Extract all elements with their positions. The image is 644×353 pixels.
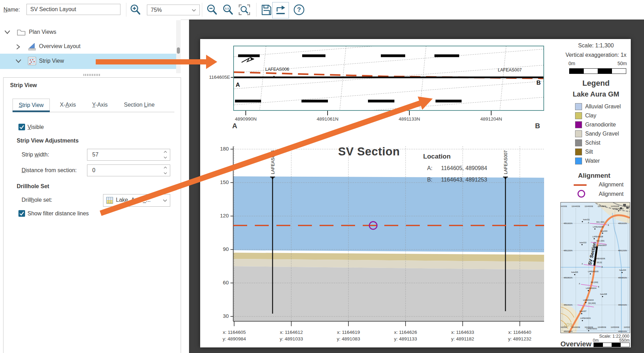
- layout-canvas[interactable]: LAFEAS006 LAFEAS007 A B 1164605E 4890990…: [189, 20, 644, 353]
- toolbar-separator: [256, 3, 257, 17]
- drillhole-set-dropdown[interactable]: Lake_Aura_...: [103, 194, 170, 207]
- overview-map[interactable]: 209: [560, 202, 630, 333]
- distance-stepper[interactable]: 0: [87, 164, 170, 176]
- strip-view-graphic: LAFEAS006 LAFEAS007 A B: [234, 46, 543, 110]
- tab-strip-view[interactable]: Strip View: [13, 99, 50, 111]
- location-heading: Location: [404, 153, 470, 160]
- name-label: Name:: [3, 0, 20, 20]
- tab-section-line[interactable]: Section Line: [118, 99, 160, 111]
- spinner-down-icon[interactable]: [164, 156, 167, 159]
- strip-easting-tick: [231, 77, 233, 78]
- drillhole-set-value: Lake_Aura_...: [116, 197, 151, 203]
- spinner-up-icon[interactable]: [164, 167, 167, 169]
- chevron-right-icon[interactable]: [16, 44, 21, 50]
- y-tick-label: 180: [212, 146, 229, 152]
- svg-text:4890800N: 4890800N: [618, 277, 627, 279]
- tree-item-plan-views[interactable]: Plan Views: [0, 27, 176, 38]
- tab-label: Y-Axis: [92, 102, 108, 108]
- legend-swatch: [575, 139, 582, 146]
- zoom-in-icon[interactable]: [129, 4, 141, 16]
- location-a-value: 1164605, 4890984: [441, 165, 487, 171]
- svg-text:hole010: hole010: [580, 241, 587, 244]
- svg-text:LAFEAS003: LAFEAS003: [583, 299, 594, 301]
- zoom-out-icon[interactable]: [206, 4, 218, 16]
- legend-item-label: Water: [585, 158, 600, 164]
- svg-text:hole003: hole003: [600, 230, 607, 232]
- chevron-down-icon[interactable]: [15, 59, 22, 63]
- svg-text:SS [200]: SS [200]: [591, 281, 598, 283]
- y-tick-label: 120: [212, 213, 229, 218]
- strip-corner-a: A: [236, 82, 240, 88]
- spinner-up-icon[interactable]: [164, 151, 167, 153]
- legend-swatch: [575, 103, 582, 110]
- x-tick-label: x: 1164626y: 4891133: [383, 329, 428, 342]
- svg-text:4891200N: 4891200N: [618, 250, 627, 252]
- layout-ruler-icon: [28, 42, 37, 51]
- scrollbar-thumb[interactable]: [177, 47, 180, 54]
- toolbar-separator: [202, 3, 202, 17]
- drillhole-set-label: Drillhole set:: [22, 197, 52, 203]
- strip-width-label: Strip width:: [22, 152, 49, 158]
- export-button[interactable]: [272, 2, 289, 18]
- svg-text:4890400N: 4890400N: [618, 304, 627, 306]
- svg-text:LAFEAS004: LAFEAS004: [586, 287, 596, 289]
- svg-text:4890400N: 4890400N: [564, 304, 572, 306]
- help-icon[interactable]: ?: [293, 4, 305, 16]
- tree-item-label: Overview Layout: [39, 43, 80, 49]
- svg-text:LAFEAS009: LAFEAS009: [593, 226, 603, 228]
- x-tick-label: x: 1164605y: 4890984: [212, 329, 257, 342]
- legend-item-label: Clay: [585, 113, 596, 119]
- legend-item-label: Granodiorite: [585, 122, 616, 128]
- svg-text:SS [0]: SS [0]: [597, 261, 602, 263]
- visible-checkbox[interactable]: [18, 124, 25, 130]
- legend-item-label: Sandy Gravel: [585, 131, 619, 137]
- vertical-exaggeration-label: Vertical exaggeration: 1x: [561, 52, 631, 58]
- save-icon[interactable]: [260, 4, 272, 16]
- scalebar-left-label: 0m: [568, 61, 575, 66]
- strip-tick: [491, 111, 492, 115]
- legend-swatch: [575, 158, 582, 164]
- strip-n-tick-label: 4890990N: [225, 116, 267, 122]
- distance-label: Distance from section:: [22, 167, 77, 174]
- panel-splitter-handle[interactable]: [84, 74, 100, 76]
- tab-y-axis[interactable]: Y-Axis: [84, 99, 116, 111]
- tree-item-overview-layout[interactable]: Overview Layout: [0, 41, 176, 52]
- tree-item-strip-view[interactable]: Strip View: [0, 54, 176, 69]
- svg-text:LAFEAS010: LAFEAS010: [613, 208, 623, 210]
- zoom-one-to-one-icon[interactable]: 1:1: [222, 4, 234, 16]
- tab-label: X-Axis: [60, 102, 76, 108]
- chevron-down-icon[interactable]: [4, 30, 10, 34]
- layout-tree: Plan Views Overview Layout Strip View: [0, 20, 181, 74]
- svg-text:LAFEAS001: LAFEAS001: [580, 317, 591, 319]
- y-tick-label: 60: [212, 279, 229, 285]
- layout-page: LAFEAS006 LAFEAS007 A B 1164605E 4890990…: [200, 39, 631, 347]
- svg-text:4890000N: 4890000N: [564, 330, 572, 332]
- legend-swatch: [575, 121, 582, 128]
- legend-item-label: Silt: [585, 149, 593, 155]
- svg-text:LAFEAS007: LAFEAS007: [596, 244, 607, 246]
- location-a-label: A:: [427, 165, 432, 171]
- spinner-down-icon[interactable]: [164, 172, 167, 174]
- strip-view-panel[interactable]: LAFEAS006 LAFEAS007 A B: [233, 46, 544, 111]
- layout-name-input[interactable]: SV Section Layout: [26, 4, 120, 15]
- tab-x-axis[interactable]: X-Axis: [52, 99, 84, 111]
- zoom-level-select[interactable]: 75%: [147, 5, 200, 15]
- legend-item-label: Schist: [585, 140, 600, 146]
- zoom-fit-icon[interactable]: [238, 4, 251, 16]
- chevron-down-icon: [192, 9, 196, 12]
- legend-item-label: Alluvial Gravel: [585, 103, 621, 110]
- drillhole-set-heading: Drillhole Set: [17, 183, 49, 190]
- tree-scrollbar[interactable]: [176, 20, 181, 73]
- section-plot[interactable]: LAFEAS006 LAFEAS007: [233, 144, 544, 322]
- app-window: Name: SV Section Layout 75% 1:1: [0, 0, 644, 353]
- y-tick-label: 150: [212, 179, 229, 185]
- legend-swatch: [575, 130, 582, 137]
- strip-n-tick-label: 4891061N: [307, 116, 348, 122]
- x-tick-label: x: 1164633y: 4891182: [440, 329, 485, 342]
- visible-label: Visible: [28, 124, 44, 130]
- filter-distance-checkbox[interactable]: [18, 210, 25, 217]
- strip-width-stepper[interactable]: 57: [87, 149, 170, 161]
- overview-label: Overview: [560, 340, 591, 348]
- svg-text:LAFEAS005: LAFEAS005: [588, 270, 598, 273]
- svg-text:1:1: 1:1: [225, 7, 229, 10]
